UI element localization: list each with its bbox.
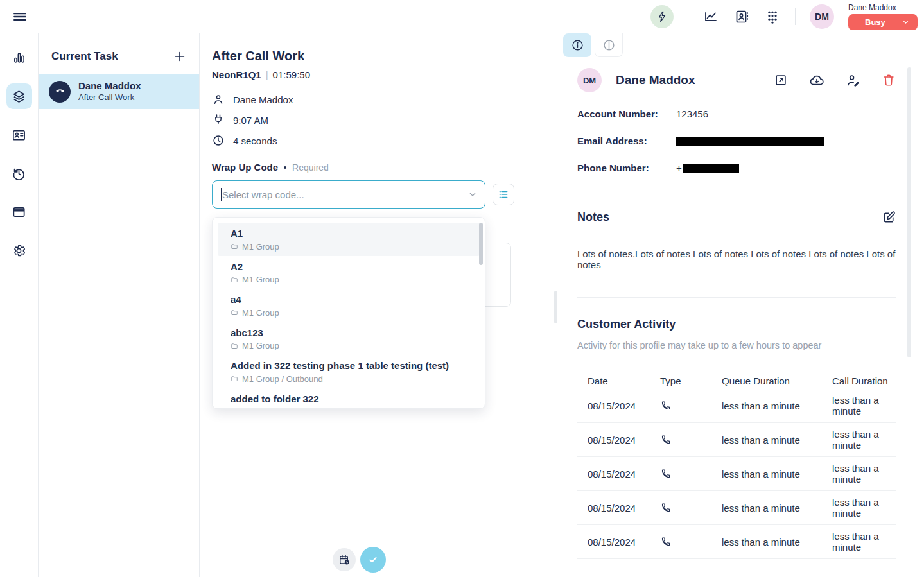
notes-body: Lots of notes.Lots of notes Lots of note… <box>577 248 924 270</box>
tab-info[interactable] <box>563 33 591 57</box>
wrap-code-option[interactable]: A1 M1 Group <box>218 223 480 256</box>
field-account-number: Account Number: 123456 <box>577 108 924 119</box>
browse-codes-list-icon[interactable] <box>493 184 514 205</box>
col-queue-duration: Queue Duration <box>722 375 832 386</box>
start-time: 9:07 AM <box>233 115 268 126</box>
trash-icon[interactable] <box>881 73 896 88</box>
wrap-code-option[interactable]: a4 M1 Group <box>218 289 480 322</box>
call-duration: less than a minute <box>832 429 896 451</box>
option-group: M1 Group / Outbound <box>231 407 472 409</box>
menu-icon[interactable] <box>10 7 30 26</box>
flash-icon[interactable] <box>650 5 674 28</box>
user-status-block: Dane Maddox Busy <box>848 3 918 30</box>
contact-card-icon[interactable] <box>6 122 32 148</box>
field-email: Email Address: <box>577 135 924 146</box>
current-task-panel: Current Task Dane Maddox After Call Work <box>39 33 200 577</box>
call-duration: less than a minute <box>832 395 896 417</box>
profile-avatar: DM <box>577 68 602 92</box>
panel-scrollbar[interactable] <box>554 291 557 323</box>
field-label: Account Number: <box>577 108 676 119</box>
status-label: Busy <box>865 17 885 27</box>
field-value: + <box>676 162 739 173</box>
queue-duration: less than a minute <box>722 400 832 411</box>
check-icon <box>367 553 379 566</box>
status-dropdown[interactable]: Busy <box>848 14 918 30</box>
dialpad-icon[interactable] <box>764 8 781 25</box>
queue-timer: NeonR1Q1 | 01:59:50 <box>212 69 559 80</box>
activity-row[interactable]: 08/15/2024 less than a minute less than … <box>577 457 896 491</box>
header-divider <box>688 8 688 25</box>
person-edit-icon[interactable] <box>845 73 860 88</box>
option-name: added to folder 322 <box>231 393 472 406</box>
activity-row[interactable]: 08/15/2024 less than a minute less than … <box>577 491 896 525</box>
analytics-icon[interactable] <box>6 45 32 71</box>
contact-row: Dane Maddox <box>212 93 559 106</box>
activity-table-header: Date Type Queue Duration Call Duration <box>577 373 896 389</box>
call-duration: less than a minute <box>832 531 896 553</box>
option-group: M1 Group / Outbound <box>231 374 472 384</box>
add-task-icon[interactable] <box>172 49 187 64</box>
wrap-code-option[interactable]: abc123 M1 Group <box>218 322 480 356</box>
wrap-code-option[interactable]: Added in 322 testing phase 1 table testi… <box>218 355 480 388</box>
task-type: After Call Work <box>78 92 141 103</box>
duration-value: 4 seconds <box>233 135 277 146</box>
customer-activity-subtitle: Activity for this profile may take up to… <box>577 340 924 350</box>
wrap-up-label: Wrap Up Code <box>212 162 278 173</box>
phone-avatar-icon <box>49 81 71 103</box>
complete-task-button[interactable] <box>360 547 386 573</box>
queue-name: NeonR1Q1 <box>212 69 261 80</box>
queue-duration: less than a minute <box>722 537 832 547</box>
task-list-item[interactable]: Dane Maddox After Call Work <box>39 74 199 109</box>
profile-actions <box>773 73 896 88</box>
folder-icon <box>231 309 238 316</box>
schedule-callback-button[interactable] <box>333 548 356 571</box>
tab-split-view[interactable] <box>595 33 623 57</box>
activity-row[interactable]: 08/15/2024 less than a minute less than … <box>577 423 896 457</box>
wrap-code-dropdown: A1 M1 Group A2 M1 Group a4 <box>212 217 485 409</box>
notes-title: Notes <box>577 211 609 224</box>
option-name: abc123 <box>231 327 472 340</box>
wrap-code-input[interactable] <box>222 189 460 200</box>
wrap-code-option[interactable]: added to folder 322 M1 Group / Outbound <box>218 388 480 409</box>
contacts-book-icon[interactable] <box>733 8 750 25</box>
task-meta: Dane Maddox 9:07 AM 4 seconds <box>212 93 559 147</box>
agent-desktop-app: DM Dane Maddox Busy <box>0 0 924 577</box>
timer-value: 01:59:50 <box>273 69 310 80</box>
phone-call-icon <box>660 434 722 445</box>
phone-call-icon <box>660 536 722 547</box>
top-bar: DM Dane Maddox Busy <box>0 0 924 33</box>
profile-header: DM Dane Maddox <box>577 68 924 92</box>
queue-duration: less than a minute <box>722 503 832 513</box>
browser-icon[interactable] <box>6 199 32 225</box>
activity-table: Date Type Queue Duration Call Duration 0… <box>577 373 896 559</box>
settings-gear-icon[interactable] <box>6 237 32 263</box>
main-layout: Current Task Dane Maddox After Call Work… <box>0 33 924 577</box>
line-chart-icon[interactable] <box>702 8 719 25</box>
cloud-download-icon[interactable] <box>809 73 824 88</box>
option-group: M1 Group <box>231 308 472 318</box>
separator: | <box>266 69 268 80</box>
queue-duration: less than a minute <box>722 469 832 479</box>
option-group-text: M1 Group / Outbound <box>242 407 323 409</box>
wrap-code-select[interactable] <box>212 180 485 209</box>
dropdown-scrollbar[interactable] <box>479 223 483 265</box>
chevron-down-icon[interactable] <box>460 189 485 200</box>
edit-notes-icon[interactable] <box>881 209 896 225</box>
option-group: M1 Group <box>231 242 472 252</box>
user-avatar[interactable]: DM <box>810 4 834 29</box>
user-name: Dane Maddox <box>848 3 896 12</box>
activity-row[interactable]: 08/15/2024 less than a minute less than … <box>577 525 896 559</box>
wrap-code-option[interactable]: A2 M1 Group <box>218 256 480 289</box>
activity-date: 08/15/2024 <box>577 469 660 479</box>
current-task-header: Current Task <box>39 33 199 74</box>
open-in-new-icon[interactable] <box>773 73 789 88</box>
field-phone: Phone Number: + <box>577 162 924 173</box>
nav-rail <box>0 33 39 577</box>
panel-scrollbar[interactable] <box>907 67 911 357</box>
phone-call-icon <box>660 468 722 479</box>
tasks-layers-icon[interactable] <box>6 83 32 109</box>
redaction-bar <box>676 137 824 146</box>
activity-row[interactable]: 08/15/2024 less than a minute less than … <box>577 389 896 423</box>
option-name: A1 <box>231 227 472 240</box>
history-icon[interactable] <box>6 160 32 186</box>
